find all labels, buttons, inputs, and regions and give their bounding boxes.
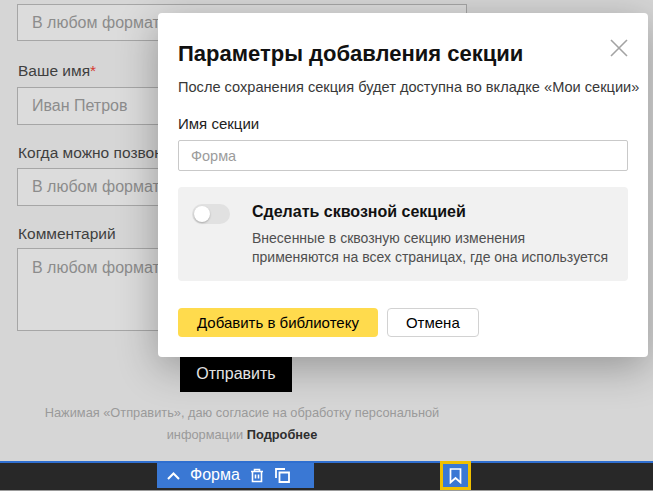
dialog-subtitle: После сохранения секция будет доступна в… xyxy=(178,79,628,95)
bookmark-icon[interactable] xyxy=(449,468,462,484)
chevron-up-icon[interactable] xyxy=(166,471,181,481)
comment-label: Комментарий xyxy=(18,225,116,243)
duplicate-icon[interactable] xyxy=(274,467,291,484)
add-to-library-button[interactable]: Добавить в библиотеку xyxy=(178,308,378,337)
close-icon[interactable] xyxy=(607,36,631,60)
add-section-dialog: Параметры добавления секции После сохран… xyxy=(158,13,648,357)
page: Ваше имя* Когда можно позвонить Коммента… xyxy=(0,0,653,491)
bookmark-highlight-box[interactable] xyxy=(440,461,471,490)
toggle-knob[interactable] xyxy=(194,206,210,222)
global-section-description: Внесенные в сквозную секцию изменения пр… xyxy=(252,229,608,267)
submit-button[interactable]: Отправить xyxy=(180,356,292,392)
name-field-label: Ваше имя* xyxy=(18,62,96,80)
global-section-panel: Сделать сквозной секцией Внесенные в скв… xyxy=(178,187,628,281)
description-line2: применяются на всех страницах, где она и… xyxy=(252,248,608,267)
dialog-title: Параметры добавления секции xyxy=(178,41,628,67)
dialog-buttons: Добавить в библиотеку Отмена xyxy=(178,308,628,337)
global-section-toggle-label: Сделать сквозной секцией xyxy=(252,203,608,221)
section-toolbar-controls: Форма xyxy=(157,463,314,488)
name-field-label-text: Ваше имя xyxy=(18,62,90,79)
legal-line2: информации xyxy=(167,427,244,442)
cancel-button[interactable]: Отмена xyxy=(387,308,479,337)
legal-line1: Нажимая «Отправить», даю согласие на обр… xyxy=(45,405,439,420)
section-name-field-label: Имя секции xyxy=(178,115,628,132)
required-asterisk: * xyxy=(90,62,96,79)
legal-text: Нажимая «Отправить», даю согласие на обр… xyxy=(17,402,467,446)
global-section-toggle[interactable] xyxy=(192,204,230,224)
section-name-label: Форма xyxy=(190,467,240,483)
description-line1: Внесенные в сквозную секцию изменения xyxy=(252,229,608,248)
trash-icon[interactable] xyxy=(249,467,265,484)
section-toolbar: Форма xyxy=(0,463,653,491)
legal-more-link[interactable]: Подробнее xyxy=(247,427,317,442)
global-section-text: Сделать сквозной секцией Внесенные в скв… xyxy=(252,203,608,267)
section-name-input[interactable] xyxy=(178,140,628,171)
